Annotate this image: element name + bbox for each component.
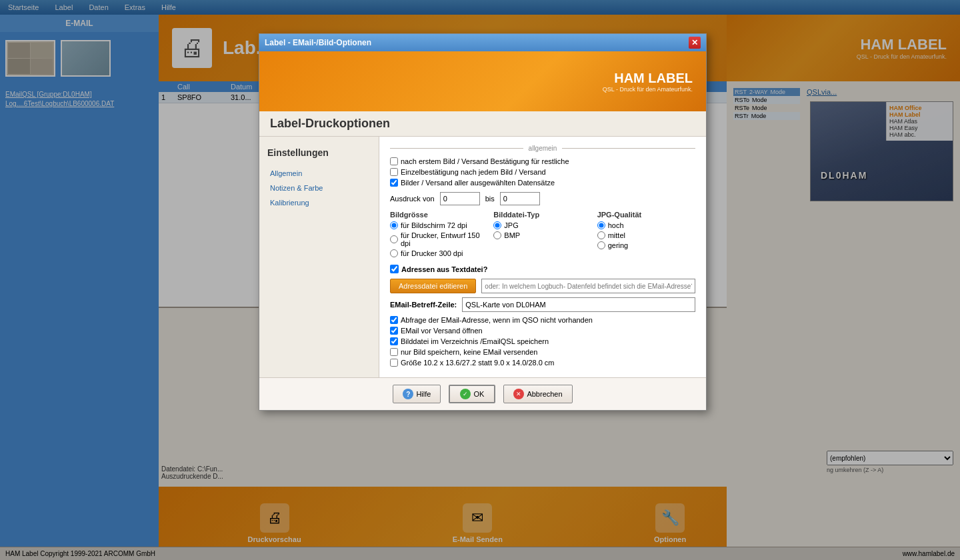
help-button[interactable]: ? Hilfe [393, 385, 441, 403]
checkbox-row-1: nach erstem Bild / Versand Bestätigung f… [390, 157, 695, 165]
help-label: Hilfe [416, 390, 431, 398]
jpg-radio-1: hoch [597, 221, 695, 229]
addr-btn-row: Adressdatei editieren [390, 279, 695, 293]
range-from-input[interactable] [440, 192, 480, 205]
addr-checkbox-label: Adressen aus Textdatei? [401, 265, 487, 273]
bildgroesse-radio-1: für Bildschirm 72 dpi [390, 221, 488, 229]
modal-nav-kalibrierung[interactable]: Kalibrierung [259, 195, 379, 210]
subject-input[interactable] [462, 297, 695, 312]
bottom-cb-5: Größe 10.2 x 13.6/27.2 statt 9.0 x 14.0/… [390, 359, 695, 367]
jpg-radio-2: mittel [597, 231, 695, 239]
ok-icon: ✓ [460, 389, 471, 399]
bildgroesse-title: Bildgrösse [390, 211, 488, 219]
bg3-radio[interactable] [390, 249, 398, 257]
help-icon: ? [403, 389, 413, 399]
modal-titlebar: Label - EMail-/Bild-Optionen ✕ [259, 34, 706, 51]
subject-label: EMail-Betreff-Zeile: [390, 301, 457, 309]
ok-button[interactable]: ✓ OK [449, 385, 495, 403]
bilddatei-title: Bilddatei-Typ [493, 211, 591, 219]
jpg-qualitaet-title: JPG-Qualität [597, 211, 695, 219]
bcb5-label: Größe 10.2 x 13.6/27.2 statt 9.0 x 14.0/… [401, 359, 555, 367]
range-row: Ausdruck von bis [390, 192, 695, 205]
range-from-label: Ausdruck von [390, 195, 435, 203]
jq1-label: hoch [608, 221, 624, 229]
addr-checkbox[interactable] [390, 265, 399, 273]
bcb3-label: Bilddatei im Verzeichnis /EmailQSL speic… [401, 337, 549, 345]
jq2-radio[interactable] [597, 231, 605, 239]
bg2-radio[interactable] [390, 235, 398, 243]
bg3-label: für Drucker 300 dpi [401, 249, 463, 257]
bottom-cb-1: Abfrage der EMail-Adresse, wenn im QSO n… [390, 316, 695, 324]
cb2-input[interactable] [390, 168, 398, 176]
bilddatei-radio-2: BMP [493, 231, 591, 239]
addr-dropdown[interactable] [481, 279, 695, 293]
bcb4-input[interactable] [390, 348, 398, 356]
bilddatei-col: Bilddatei-Typ JPG BMP [493, 211, 591, 259]
subject-row: EMail-Betreff-Zeile: [390, 297, 695, 312]
bcb3-input[interactable] [390, 337, 398, 345]
options-columns: Bildgrösse für Bildschirm 72 dpi für Dru… [390, 211, 695, 259]
bottom-cb-4: nur Bild speichern, keine EMail versende… [390, 348, 695, 356]
cb1-label: nach erstem Bild / Versand Bestätigung f… [401, 157, 569, 165]
modal-close-button[interactable]: ✕ [689, 37, 701, 49]
modal-nav-allgemein[interactable]: Allgemein [259, 166, 379, 181]
divider-line-left [390, 148, 523, 149]
modal-body: Einstellungen Allgemein Notizen & Farbe … [259, 137, 706, 377]
cb1-input[interactable] [390, 157, 398, 165]
modal-title: Label - EMail-/Bild-Optionen [265, 38, 371, 47]
modal-nav-title: Einstellungen [259, 145, 379, 166]
modal-nav-notizen[interactable]: Notizen & Farbe [259, 181, 379, 195]
bcb2-label: EMail vor Versand öffnen [401, 327, 483, 335]
cb3-label: Bilder / Versand aller ausgewählten Date… [401, 179, 555, 187]
bt2-radio[interactable] [493, 231, 501, 239]
section-label: allgemein [529, 145, 557, 152]
bg1-radio[interactable] [390, 221, 398, 229]
cancel-label: Abbrechen [527, 390, 562, 398]
bcb2-input[interactable] [390, 327, 398, 335]
bottom-checks: Abfrage der EMail-Adresse, wenn im QSO n… [390, 316, 695, 367]
bt1-label: JPG [504, 221, 518, 229]
bottom-cb-2: EMail vor Versand öffnen [390, 327, 695, 335]
modal-footer: ? Hilfe ✓ OK ✕ Abbrechen [259, 377, 706, 410]
cancel-icon: ✕ [513, 389, 524, 399]
bottom-cb-3: Bilddatei im Verzeichnis /EmailQSL speic… [390, 337, 695, 345]
modal-section-divider: allgemein [390, 145, 695, 152]
jq2-label: mittel [608, 231, 625, 239]
jq3-radio[interactable] [597, 241, 605, 249]
addr-checkbox-container: Adressen aus Textdatei? [390, 265, 487, 273]
modal-right-content: allgemein nach erstem Bild / Versand Bes… [379, 137, 706, 377]
bcb4-label: nur Bild speichern, keine EMail versende… [401, 348, 537, 356]
address-row: Adressen aus Textdatei? [390, 265, 695, 273]
modal-ham-label-main: HAM LABEL [603, 71, 693, 86]
modal-dialog: Label - EMail-/Bild-Optionen ✕ HAM LABEL… [259, 33, 707, 411]
cb3-input[interactable] [390, 179, 398, 187]
modal-ham-label: HAM LABEL QSL - Druck für den Amateurfun… [603, 71, 693, 93]
bcb1-label: Abfrage der EMail-Adresse, wenn im QSO n… [401, 316, 593, 324]
modal-orange-header: HAM LABEL QSL - Druck für den Amateurfun… [259, 51, 706, 111]
bildgroesse-radio-2: für Drucker, Entwurf 150 dpi [390, 231, 488, 247]
modal-ham-label-sub: QSL - Druck für den Amateurfunk. [603, 86, 693, 93]
jq1-radio[interactable] [597, 221, 605, 229]
modal-section-title: Label-Druckoptionen [259, 111, 706, 137]
jq3-label: gering [608, 241, 629, 249]
range-to-label: bis [485, 195, 495, 203]
bg1-label: für Bildschirm 72 dpi [401, 221, 467, 229]
ok-label: OK [473, 390, 484, 398]
bildgroesse-col: Bildgrösse für Bildschirm 72 dpi für Dru… [390, 211, 488, 259]
checkbox-row-3: Bilder / Versand aller ausgewählten Date… [390, 179, 695, 187]
range-to-input[interactable] [500, 192, 540, 205]
bilddatei-radio-1: JPG [493, 221, 591, 229]
bcb5-input[interactable] [390, 359, 398, 367]
bcb1-input[interactable] [390, 316, 398, 324]
bildgroesse-radio-3: für Drucker 300 dpi [390, 249, 488, 257]
jpg-radio-3: gering [597, 241, 695, 249]
checkbox-row-2: Einzelbestätigung nach jedem Bild / Vers… [390, 168, 695, 176]
cancel-button[interactable]: ✕ Abbrechen [503, 385, 572, 403]
jpg-qualitaet-col: JPG-Qualität hoch mittel gering [597, 211, 695, 259]
cb2-label: Einzelbestätigung nach jedem Bild / Vers… [401, 168, 546, 176]
addr-edit-button[interactable]: Adressdatei editieren [390, 279, 476, 293]
bt1-radio[interactable] [493, 221, 501, 229]
bg2-label: für Drucker, Entwurf 150 dpi [401, 231, 488, 247]
bt2-label: BMP [504, 231, 520, 239]
modal-nav: Einstellungen Allgemein Notizen & Farbe … [259, 137, 379, 377]
